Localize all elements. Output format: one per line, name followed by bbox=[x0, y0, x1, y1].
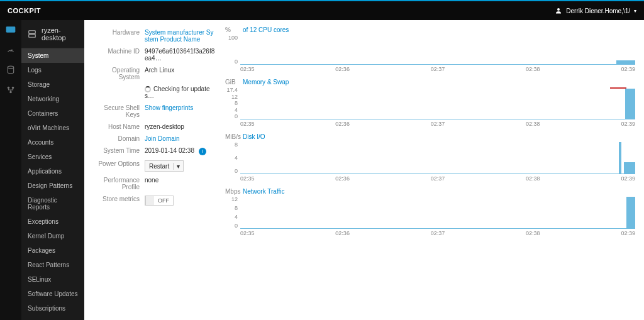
rail-dashboard-icon[interactable] bbox=[6, 25, 16, 34]
sidebar-item-system[interactable]: System bbox=[21, 48, 84, 63]
power-label: Power Options bbox=[89, 160, 145, 172]
sidebar-item-design-patterns[interactable]: Design Patterns bbox=[21, 179, 84, 193]
machine-id-label: Machine ID bbox=[89, 48, 145, 62]
sidebar-item-storage[interactable]: Storage bbox=[21, 77, 84, 92]
machine-id-value: 9497e6a6103641f3a26f8ea4… bbox=[145, 48, 215, 62]
svg-point-6 bbox=[9, 91, 12, 94]
memory-chart: GiB Memory & Swap 17.4 12 8 4 0 bbox=[225, 79, 635, 127]
main-content: Hardware System manufacturer System Prod… bbox=[84, 20, 644, 320]
sidebar-item-services[interactable]: Services bbox=[21, 150, 84, 164]
disk-plot bbox=[240, 141, 635, 174]
charts: % of 12 CPU cores 1000 02:35 02:36 02:37… bbox=[225, 26, 635, 314]
net-x-axis: 02:35 02:36 02:37 02:38 02:39 bbox=[240, 230, 635, 236]
network-chart-title[interactable]: Network Traffic bbox=[243, 188, 285, 195]
ssh-fingerprints-link[interactable]: Show fingerprints bbox=[145, 104, 193, 111]
sidebar-item-react-patterns[interactable]: React Patterns bbox=[21, 258, 84, 272]
spinner-icon bbox=[145, 86, 151, 92]
network-chart: Mbps Network Traffic 12 8 4 0 02:35 bbox=[225, 188, 635, 236]
host-selector[interactable]: ryzen-desktop bbox=[21, 20, 84, 48]
store-metrics-toggle[interactable]: OFF bbox=[145, 196, 174, 206]
disk-x-axis: 02:35 02:36 02:37 02:38 02:39 bbox=[240, 175, 635, 182]
network-plot bbox=[240, 196, 635, 229]
host-name: ryzen-desktop bbox=[42, 26, 78, 41]
profile-label: Performance Profile bbox=[89, 177, 145, 190]
disk-chart-title[interactable]: Disk I/O bbox=[243, 133, 265, 140]
sidebar-item-networking[interactable]: Networking bbox=[21, 92, 84, 106]
cpu-x-axis: 02:35 02:36 02:37 02:38 02:39 bbox=[240, 66, 635, 72]
sidebar-item-ovirt-machines[interactable]: oVirt Machines bbox=[21, 121, 84, 135]
mem-unit: GiB bbox=[225, 79, 240, 86]
disk-unit: MiB/s bbox=[225, 133, 240, 140]
swap-marker bbox=[610, 87, 626, 89]
domain-label: Domain bbox=[89, 135, 145, 142]
svg-point-4 bbox=[8, 87, 10, 89]
user-menu[interactable]: Derrik Diener.Home,\1/ ▾ bbox=[555, 7, 636, 14]
sidebar-item-software-updates[interactable]: Software Updates bbox=[21, 287, 84, 301]
time-label: System Time bbox=[89, 147, 145, 155]
topbar: COCKPIT Derrik Diener.Home,\1/ ▾ bbox=[0, 0, 644, 20]
rail-network-icon[interactable] bbox=[6, 86, 16, 94]
sidebar-item-selinux[interactable]: SELinux bbox=[21, 272, 84, 287]
cpu-chart-title[interactable]: of 12 CPU cores bbox=[243, 26, 289, 33]
brand: COCKPIT bbox=[8, 7, 41, 14]
cpu-plot bbox=[240, 35, 635, 65]
power-restart-button[interactable]: Restart ▾ bbox=[145, 160, 184, 172]
sidebar-item-applications[interactable]: Applications bbox=[21, 164, 84, 179]
sidebar-item-terminal[interactable]: Terminal bbox=[21, 316, 84, 320]
rail-storage-icon[interactable] bbox=[6, 65, 16, 74]
rail-gauge-icon[interactable] bbox=[6, 45, 16, 54]
os-value: Arch Linux bbox=[145, 67, 215, 80]
sidebar-item-accounts[interactable]: Accounts bbox=[21, 135, 84, 150]
sidebar-item-diagnostic-reports[interactable]: Diagnostic Reports bbox=[21, 193, 84, 214]
svg-point-5 bbox=[12, 87, 14, 89]
user-name: Derrik Diener.Home,\1/ bbox=[566, 8, 630, 14]
chevron-down-icon: ▾ bbox=[634, 8, 636, 14]
memory-plot bbox=[240, 87, 635, 119]
svg-point-0 bbox=[557, 8, 560, 11]
hardware-label: Hardware bbox=[89, 29, 145, 43]
hostname-label: Host Name bbox=[89, 123, 145, 130]
time-value: 2019-01-14 02:38 i bbox=[145, 147, 215, 155]
os-label: Operating System bbox=[89, 67, 145, 80]
hostname-value: ryzen-desktop bbox=[145, 123, 215, 130]
system-info: Hardware System manufacturer System Prod… bbox=[89, 26, 215, 314]
sidebar-item-kernel-dump[interactable]: Kernel Dump bbox=[21, 229, 84, 243]
cpu-unit: % bbox=[225, 26, 240, 33]
info-icon[interactable]: i bbox=[199, 148, 206, 155]
profile-value: none bbox=[145, 177, 215, 190]
hardware-link[interactable]: System manufacturer System Product Name bbox=[145, 29, 213, 43]
sidebar-item-containers[interactable]: Containers bbox=[21, 106, 84, 121]
mem-x-axis: 02:35 02:36 02:37 02:38 02:39 bbox=[240, 121, 635, 127]
user-icon bbox=[555, 7, 562, 14]
sidebar-item-subscriptions[interactable]: Subscriptions bbox=[21, 301, 84, 316]
sidebar-list: SystemLogsStorageNetworkingContainersoVi… bbox=[21, 48, 84, 320]
svg-point-3 bbox=[8, 66, 13, 69]
sidebar-item-exceptions[interactable]: Exceptions bbox=[21, 214, 84, 229]
cpu-chart: % of 12 CPU cores 1000 02:35 02:36 02:37… bbox=[225, 26, 635, 72]
server-icon bbox=[28, 30, 36, 38]
sidebar: ryzen-desktop SystemLogsStorageNetworkin… bbox=[21, 20, 84, 320]
svg-rect-7 bbox=[29, 31, 36, 34]
metrics-label: Store metrics bbox=[89, 196, 145, 206]
sidebar-item-packages[interactable]: Packages bbox=[21, 243, 84, 258]
disk-chart: MiB/s Disk I/O 8 4 0 02:35 0 bbox=[225, 133, 635, 182]
sidebar-item-logs[interactable]: Logs bbox=[21, 63, 84, 77]
updates-status: Checking for updates… bbox=[145, 86, 215, 99]
ssh-label: Secure Shell Keys bbox=[89, 104, 145, 118]
net-unit: Mbps bbox=[225, 188, 240, 195]
chevron-down-icon[interactable]: ▾ bbox=[173, 163, 183, 170]
svg-rect-8 bbox=[29, 35, 36, 38]
memory-chart-title[interactable]: Memory & Swap bbox=[243, 79, 289, 86]
svg-rect-1 bbox=[6, 26, 16, 32]
nav-rail bbox=[0, 20, 21, 320]
join-domain-link[interactable]: Join Domain bbox=[145, 135, 180, 142]
